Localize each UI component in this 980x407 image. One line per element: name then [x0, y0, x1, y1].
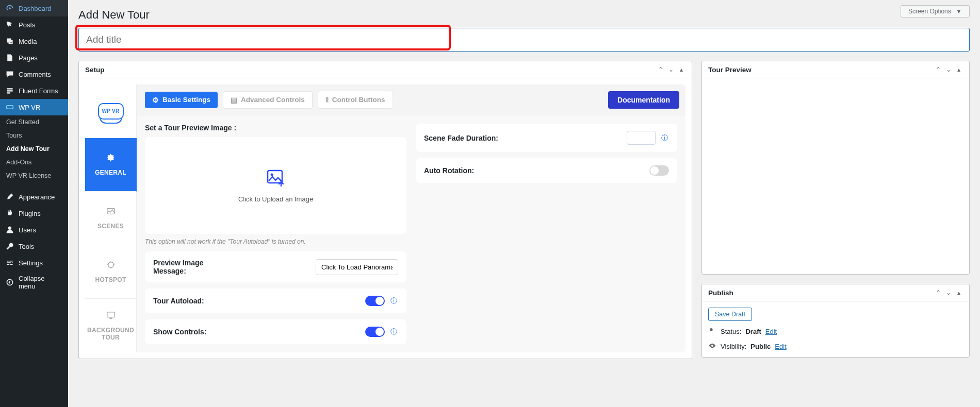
key-icon [708, 327, 716, 336]
svg-rect-0 [7, 88, 12, 89]
info-icon[interactable]: ⓘ [660, 133, 669, 143]
tour-title-input[interactable] [78, 28, 970, 52]
sidebar-item-tools[interactable]: Tools [0, 238, 68, 255]
sidebar-sub-getstarted[interactable]: Get Started [0, 115, 68, 129]
sidetab-backgroundtour[interactable]: BACKGROUND TOUR [85, 299, 137, 352]
sidebar-item-wpvr[interactable]: WP VR [0, 99, 68, 115]
sidebar-item-plugins[interactable]: Plugins [0, 205, 68, 222]
tachometer-icon [5, 4, 14, 13]
screen-options-button[interactable]: Screen Options ▼ [901, 5, 970, 18]
auto-rotation-label: Auto Rotation: [424, 166, 474, 175]
panel-down-icon[interactable]: ⌄ [944, 65, 953, 74]
sidetab-general[interactable]: GENERAL [85, 138, 137, 192]
sidebar-item-posts[interactable]: Posts [0, 16, 68, 33]
panel-down-icon[interactable]: ⌄ [667, 65, 675, 74]
publish-panel: Publish ⌃ ⌄ ▴ Save Draft Status: Draft [701, 284, 970, 358]
brush-icon [5, 192, 14, 201]
documentation-button[interactable]: Documentation [608, 91, 679, 109]
tour-preview-body [702, 78, 969, 274]
info-icon[interactable]: ⓘ [389, 296, 398, 306]
sidebar-item-media[interactable]: Media [0, 33, 68, 49]
svg-point-11 [710, 328, 713, 331]
status-label: Status: [721, 328, 741, 335]
panel-toggle-icon[interactable]: ▴ [955, 65, 963, 74]
sidebar-label: Plugins [19, 210, 41, 217]
vr-icon [5, 103, 14, 112]
panel-up-icon[interactable]: ⌃ [934, 65, 942, 74]
tour-autoload-toggle[interactable] [365, 296, 385, 306]
plug-icon [5, 209, 14, 218]
layers-icon: ▤ [231, 96, 237, 104]
sidetab-hotspot[interactable]: HOTSPOT [85, 245, 137, 299]
tour-preview-panel: Tour Preview ⌃ ⌄ ▴ [701, 61, 970, 275]
sidebar-item-dashboard[interactable]: Dashboard [0, 0, 68, 16]
admin-sidebar: Dashboard Posts Media Pages Comments Flu… [0, 0, 68, 374]
panel-up-icon[interactable]: ⌃ [934, 289, 942, 297]
auto-rotation-toggle[interactable] [649, 165, 669, 176]
sidetab-scenes[interactable]: SCENES [85, 192, 137, 245]
sidebar-label: Dashboard [19, 5, 52, 12]
preview-image-section-title: Set a Tour Preview Image : [145, 124, 406, 132]
pages-icon [5, 53, 14, 62]
collapse-icon [5, 278, 14, 287]
panel-down-icon[interactable]: ⌄ [944, 289, 953, 297]
comment-icon [5, 70, 14, 79]
show-controls-toggle[interactable] [365, 327, 385, 337]
wpvr-logo: WP VR [98, 103, 124, 120]
visibility-value: Public [750, 343, 771, 350]
save-draft-button[interactable]: Save Draft [708, 308, 752, 321]
edit-status-link[interactable]: Edit [765, 328, 777, 335]
eye-icon [708, 342, 716, 351]
upload-image-icon [266, 168, 286, 189]
panel-toggle-icon[interactable]: ▴ [677, 65, 685, 74]
gear-icon: ⚙ [152, 96, 159, 104]
sidebar-label: WP VR [19, 104, 40, 111]
user-icon [5, 225, 14, 234]
sidebar-item-users[interactable]: Users [0, 222, 68, 238]
sidebar-sub-addons[interactable]: Add-Ons [0, 156, 68, 169]
svg-point-4 [8, 227, 11, 230]
upload-hint: This option will not work if the "Tour A… [145, 238, 406, 245]
panel-up-icon[interactable]: ⌃ [657, 65, 665, 74]
sidebar-label: Posts [19, 21, 36, 29]
sidebar-item-collapse[interactable]: Collapse menu [0, 271, 68, 294]
monitor-icon [106, 311, 116, 323]
edit-visibility-link[interactable]: Edit [775, 343, 786, 350]
sidebar-sub-tours[interactable]: Tours [0, 129, 68, 142]
upload-text: Click to Upload an Image [238, 195, 313, 203]
publish-title: Publish [708, 289, 733, 297]
preview-message-input[interactable] [316, 259, 398, 275]
info-icon[interactable]: ⓘ [389, 327, 398, 336]
svg-rect-9 [268, 171, 282, 183]
sidebar-sub-addnewtour[interactable]: Add New Tour [0, 142, 68, 156]
sidebar-label: Collapse menu [19, 275, 63, 290]
svg-rect-8 [107, 312, 114, 317]
page-title: Add New Tour [78, 5, 150, 25]
sidebar-label: Settings [19, 259, 43, 267]
control-buttons-button[interactable]: ⫴ Control Buttons [318, 91, 393, 109]
upload-image-box[interactable]: Click to Upload an Image [145, 137, 406, 234]
advanced-controls-button[interactable]: ▤ Advanced Controls [223, 91, 313, 109]
svg-rect-3 [7, 106, 13, 109]
sidebar-sub-license[interactable]: WP VR License [0, 169, 68, 182]
sidebar-label: Media [19, 38, 37, 45]
sidebar-label: Fluent Forms [19, 87, 58, 95]
setup-sidetabs: WP VR GENERAL [85, 84, 137, 352]
tour-preview-title: Tour Preview [708, 66, 752, 74]
svg-point-5 [7, 279, 12, 285]
fade-duration-input[interactable] [627, 131, 656, 145]
sidebar-label: Appearance [19, 193, 55, 201]
main-content: Add New Tour Screen Options ▼ Setup ⌃ ⌄ … [68, 0, 980, 374]
setup-panel-title: Setup [85, 66, 105, 74]
svg-point-10 [270, 173, 273, 176]
pin-icon [5, 20, 14, 29]
sidebar-item-comments[interactable]: Comments [0, 66, 68, 82]
basic-settings-button[interactable]: ⚙ Basic Settings [145, 92, 218, 108]
sidebar-item-appearance[interactable]: Appearance [0, 189, 68, 205]
sidebar-item-pages[interactable]: Pages [0, 49, 68, 66]
sidebar-item-settings[interactable]: Settings [0, 255, 68, 271]
panel-toggle-icon[interactable]: ▴ [955, 289, 963, 297]
image-icon [106, 207, 116, 218]
setup-panel: Setup ⌃ ⌄ ▴ WP VR [78, 61, 692, 359]
sidebar-item-fluentforms[interactable]: Fluent Forms [0, 82, 68, 99]
